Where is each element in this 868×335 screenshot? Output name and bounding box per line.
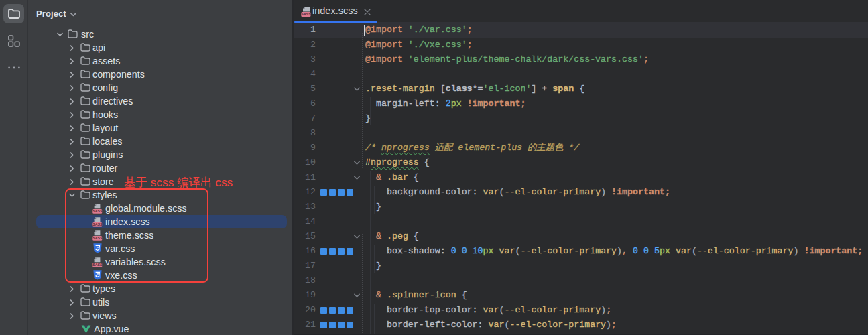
svg-text:SASS: SASS [301, 12, 311, 16]
